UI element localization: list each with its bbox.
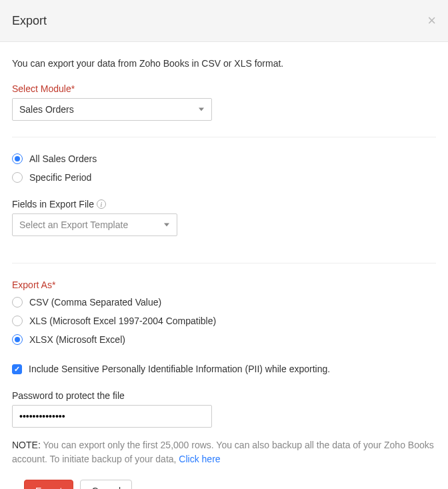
include-pii-checkbox[interactable]: Include Sensitive Personally Identifiabl…	[12, 364, 436, 374]
radio-icon	[12, 334, 23, 345]
divider	[12, 263, 436, 264]
export-as-radio-group: CSV (Comma Separated Value) XLS (Microso…	[12, 297, 436, 345]
password-label: Password to protect the file	[12, 390, 436, 401]
password-input[interactable]	[12, 405, 212, 428]
radio-label: CSV (Comma Separated Value)	[29, 297, 161, 308]
export-button[interactable]: Export	[24, 480, 73, 489]
export-as-xls-option[interactable]: XLS (Microsoft Excel 1997-2004 Compatibl…	[12, 316, 436, 326]
backup-link[interactable]: Click here	[179, 454, 220, 464]
radio-icon	[12, 172, 23, 183]
radio-label: All Sales Orders	[29, 153, 97, 164]
modal-title: Export	[12, 14, 47, 28]
note-label: NOTE:	[12, 440, 41, 450]
select-module-dropdown[interactable]: Sales Orders	[12, 98, 212, 121]
divider	[12, 137, 436, 137]
scope-all-option[interactable]: All Sales Orders	[12, 153, 436, 164]
export-as-label: Export As*	[12, 280, 436, 290]
info-icon[interactable]: i	[97, 199, 106, 209]
fields-in-file-label: Fields in Export File i	[12, 199, 436, 209]
radio-icon	[12, 316, 23, 326]
fields-template-dropdown[interactable]: Select an Export Template	[12, 213, 177, 236]
close-button[interactable]: ×	[427, 13, 436, 28]
export-as-xlsx-option[interactable]: XLSX (Microsoft Excel)	[12, 334, 436, 345]
radio-label: XLS (Microsoft Excel 1997-2004 Compatibl…	[29, 316, 216, 326]
scope-specific-period-option[interactable]: Specific Period	[12, 172, 436, 183]
note-text: NOTE: You can export only the first 25,0…	[12, 438, 436, 466]
export-as-csv-option[interactable]: CSV (Comma Separated Value)	[12, 297, 436, 308]
radio-icon	[12, 153, 23, 164]
checkbox-icon	[12, 364, 22, 374]
note-body: You can export only the first 25,000 row…	[12, 440, 434, 464]
radio-label: XLSX (Microsoft Excel)	[29, 334, 125, 345]
cancel-button[interactable]: Cancel	[80, 480, 132, 489]
checkbox-label: Include Sensitive Personally Identifiabl…	[29, 364, 330, 374]
radio-label: Specific Period	[29, 172, 91, 183]
intro-text: You can export your data from Zoho Books…	[12, 58, 436, 69]
radio-icon	[12, 297, 23, 308]
close-icon: ×	[427, 12, 436, 29]
select-module-label: Select Module*	[12, 83, 436, 94]
scope-radio-group: All Sales Orders Specific Period	[12, 153, 436, 183]
